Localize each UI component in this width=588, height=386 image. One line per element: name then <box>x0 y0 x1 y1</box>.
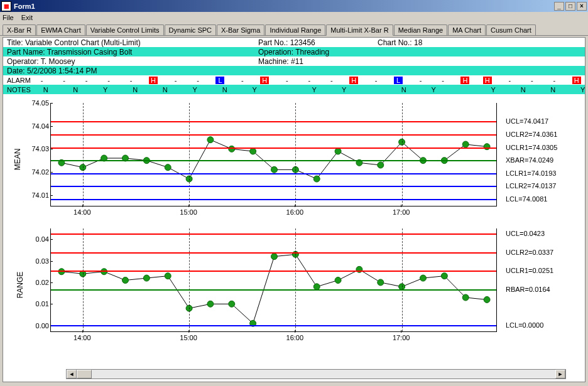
header-title: Title: Variable Control Chart (Multi-Lim… <box>7 38 258 47</box>
tab-ewma-chart[interactable]: EWMA Chart <box>36 24 85 35</box>
data-point[interactable] <box>271 254 278 260</box>
data-point[interactable] <box>271 166 278 173</box>
gridline <box>83 228 84 331</box>
data-point[interactable] <box>462 294 469 301</box>
data-point[interactable] <box>441 273 447 279</box>
x-tick: 17:00 <box>393 208 410 216</box>
gridline <box>402 228 403 331</box>
limit-line-uclr2 <box>51 252 496 254</box>
minimize-button[interactable]: _ <box>554 2 564 11</box>
scroll-thumb[interactable] <box>77 370 92 378</box>
alarm-cell: - <box>499 77 521 84</box>
tab-multi-limit-x-bar-r[interactable]: Multi-Limit X-Bar R <box>326 24 393 36</box>
limit-label-lcl: LCL=74.0081 <box>506 195 547 203</box>
y-tick: 74.05 <box>25 99 49 107</box>
limit-line-uclr2 <box>51 134 496 136</box>
data-point[interactable] <box>250 148 256 154</box>
header-chartno: Chart No.: 18 <box>378 38 472 47</box>
alarm-cell: - <box>97 77 120 84</box>
data-point[interactable] <box>313 284 320 290</box>
data-point[interactable] <box>165 273 171 279</box>
header-partname: Part Name: Transmission Casing Bolt <box>7 48 258 56</box>
menu-exit[interactable]: Exit <box>21 14 33 21</box>
y-tick: 0.00 <box>25 322 49 330</box>
data-point[interactable] <box>122 277 129 284</box>
data-point[interactable] <box>462 141 469 147</box>
limit-line-lcl <box>51 199 496 200</box>
notes-cell: Y <box>568 86 588 94</box>
alarm-cell: H <box>149 77 158 84</box>
menu-file[interactable]: File <box>3 14 14 21</box>
limit-label-lcl: LCL=0.0000 <box>506 321 543 329</box>
alarm-cell: - <box>543 77 566 84</box>
notes-cell <box>270 86 300 94</box>
tab-ma-chart[interactable]: MA Chart <box>448 24 486 35</box>
title-bar: ▦ Form1 _ □ × <box>0 0 588 12</box>
header-operation: Operation: Threading <box>258 48 378 56</box>
data-point[interactable] <box>229 301 235 307</box>
limit-line-lclr1 <box>51 173 496 174</box>
notes-cell <box>449 86 479 94</box>
notes-cell: N <box>210 86 240 94</box>
menu-bar: File Exit <box>0 12 588 23</box>
y-tick: 74.02 <box>25 168 49 176</box>
data-point[interactable] <box>143 275 150 281</box>
scroll-left-button[interactable]: ◄ <box>67 370 77 378</box>
limit-line-ucl <box>51 233 496 235</box>
horizontal-scrollbar[interactable]: ◄ ► <box>66 369 566 379</box>
limit-line-lcl <box>51 325 496 326</box>
data-point[interactable] <box>484 296 490 303</box>
tab-median-range[interactable]: Median Range <box>394 24 448 35</box>
notes-cell: N <box>150 86 180 94</box>
x-tick: 15:00 <box>180 208 197 216</box>
alarm-cell: - <box>165 77 187 84</box>
data-line <box>62 254 487 323</box>
data-point[interactable] <box>378 162 384 168</box>
maximize-button[interactable]: □ <box>565 2 575 11</box>
data-point[interactable] <box>313 176 320 182</box>
alarm-cell: - <box>432 77 454 84</box>
notes-cell: N <box>389 86 419 94</box>
data-point[interactable] <box>335 148 341 154</box>
notes-cell: Y <box>239 86 270 94</box>
x-tick: 17:00 <box>393 334 410 341</box>
header-rows: Title: Variable Control Chart (Multi-Lim… <box>3 38 585 94</box>
header-date: Date: 5/2/2008 1:54:14 PM <box>7 67 97 75</box>
limit-line-rbar <box>51 289 496 291</box>
tab-x-bar-r[interactable]: X-Bar R <box>3 24 36 35</box>
alarm-cell: - <box>410 77 432 84</box>
notes-row: NOTES NNYNNYNYYYNYYNNYN <box>3 85 585 94</box>
limit-label-uclr1: UCLR1=74.0305 <box>506 144 557 151</box>
alarm-cell: - <box>521 77 543 84</box>
y-tick: 0.03 <box>25 257 49 265</box>
tab-dynamic-spc[interactable]: Dynamic SPC <box>165 24 216 35</box>
scroll-right-button[interactable]: ► <box>555 370 565 378</box>
data-point[interactable] <box>335 277 341 284</box>
y-tick: 0.01 <box>25 300 49 308</box>
tab-x-bar-sigma[interactable]: X-Bar Sigma <box>217 24 264 35</box>
gridline <box>402 103 403 206</box>
tab-cusum-chart[interactable]: Cusum Chart <box>486 24 536 35</box>
alarm-cell: - <box>31 77 53 84</box>
limit-label-uclr2: UCLR2=74.0361 <box>506 131 557 138</box>
gridline <box>295 228 296 331</box>
y-tick: 74.04 <box>25 122 49 130</box>
notes-cell: N <box>120 86 150 94</box>
alarm-cell: - <box>276 77 298 84</box>
data-point[interactable] <box>420 275 427 281</box>
data-point[interactable] <box>165 164 171 171</box>
tab-variable-control-limits[interactable]: Variable Control Limits <box>86 24 164 35</box>
alarm-cell: - <box>120 77 143 84</box>
range-ylabel: RANGE <box>16 272 24 299</box>
data-point[interactable] <box>207 301 214 307</box>
limit-line-lclr2 <box>51 186 496 187</box>
data-point[interactable] <box>207 137 214 143</box>
alarm-cell: H <box>483 77 492 84</box>
notes-cell: N <box>508 86 538 94</box>
data-point[interactable] <box>378 279 384 286</box>
close-button[interactable]: × <box>577 2 587 11</box>
notes-cell: N <box>60 86 90 94</box>
x-tick: 16:00 <box>286 334 304 341</box>
tab-individual-range[interactable]: Individual Range <box>265 24 325 35</box>
gridline <box>83 103 84 206</box>
